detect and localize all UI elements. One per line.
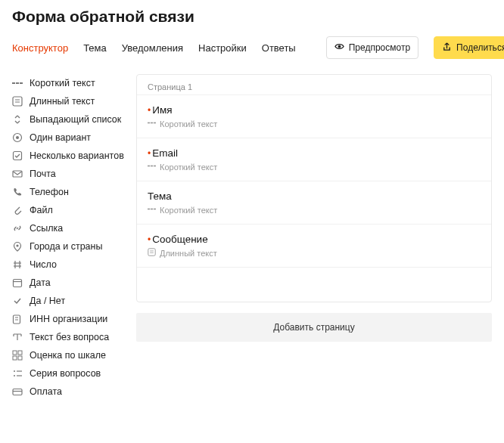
- sidebar-item-label: Да / Нет: [30, 296, 65, 306]
- form-field[interactable]: •Имя Короткий текст: [137, 94, 491, 138]
- tabbar: Конструктор Тема Уведомления Настройки О…: [0, 36, 504, 65]
- sidebar-item-date[interactable]: Дата: [12, 274, 127, 292]
- required-marker: •: [148, 106, 151, 115]
- short-text-icon: [12, 78, 23, 88]
- sidebar-item-scale[interactable]: Оценка по шкале: [12, 346, 127, 364]
- document-icon: [12, 314, 23, 324]
- preview-button[interactable]: Предпросмотр: [326, 36, 418, 59]
- main-area: Страница 1 •Имя Короткий текст •Email Ко…: [136, 74, 492, 401]
- grid-icon: [12, 350, 23, 361]
- sidebar-item-label: Серия вопросов: [30, 368, 101, 379]
- sidebar-item-label: Текст без вопроса: [30, 332, 109, 342]
- field-type-label: Короткий текст: [160, 163, 217, 172]
- sidebar-item-label: Дата: [30, 277, 51, 288]
- share-button[interactable]: Поделиться: [434, 36, 504, 59]
- sidebar-item-mail[interactable]: Почта: [12, 165, 127, 183]
- sidebar-item-number[interactable]: Число: [12, 256, 127, 274]
- sidebar-item-label: Один вариант: [30, 132, 91, 143]
- tab-answers[interactable]: Ответы: [262, 42, 296, 54]
- tab-theme[interactable]: Тема: [83, 42, 107, 54]
- check-icon: [12, 296, 23, 306]
- sidebar-item-link[interactable]: Ссылка: [12, 219, 127, 237]
- field-title: Email: [152, 147, 178, 159]
- sidebar-item-label: Города и страны: [30, 241, 102, 252]
- preview-label: Предпросмотр: [349, 42, 410, 53]
- sidebar-item-series[interactable]: Серия вопросов: [12, 364, 127, 383]
- sidebar-item-phone[interactable]: Телефон: [12, 183, 127, 201]
- tab-constructor[interactable]: Конструктор: [12, 42, 68, 54]
- short-text-icon: [148, 162, 156, 172]
- sidebar-item-long-text[interactable]: Длинный текст: [12, 92, 127, 110]
- sidebar-item-geo[interactable]: Города и страны: [12, 237, 127, 256]
- sidebar-item-label: Выпадающий список: [30, 114, 121, 125]
- sidebar-item-checkbox[interactable]: Несколько вариантов: [12, 147, 127, 165]
- form-field[interactable]: Тема Короткий текст: [137, 181, 491, 224]
- sidebar-item-label: Телефон: [30, 187, 69, 197]
- sidebar-item-dropdown[interactable]: Выпадающий список: [12, 110, 127, 129]
- text-icon: [12, 332, 23, 342]
- tab-settings[interactable]: Настройки: [198, 42, 247, 54]
- short-text-icon: [148, 119, 156, 129]
- sidebar-item-inn[interactable]: ИНН организации: [12, 310, 127, 328]
- sidebar-item-label: Число: [30, 259, 57, 270]
- page-card: Страница 1 •Имя Короткий текст •Email Ко…: [136, 74, 492, 302]
- add-page-button[interactable]: Добавить страницу: [136, 313, 492, 342]
- required-marker: •: [148, 235, 151, 244]
- long-text-icon: [12, 96, 23, 107]
- sidebar-item-label: Короткий текст: [30, 78, 95, 88]
- share-icon: [442, 42, 452, 54]
- sidebar-item-label: Несколько вариантов: [30, 150, 124, 161]
- sidebar-item-payment[interactable]: Оплата: [12, 383, 127, 401]
- pin-icon: [12, 241, 23, 252]
- long-text-icon: [148, 248, 156, 258]
- mail-icon: [12, 169, 23, 179]
- page-title: Форма обратной связи: [12, 8, 492, 26]
- sidebar-item-yesno[interactable]: Да / Нет: [12, 292, 127, 310]
- sidebar-item-label: Почта: [30, 169, 56, 179]
- dropdown-icon: [12, 114, 23, 125]
- form-field[interactable]: •Сообщение Длинный текст: [137, 224, 491, 267]
- sidebar-item-short-text[interactable]: Короткий текст: [12, 74, 127, 92]
- sidebar-item-label: Оценка по шкале: [30, 350, 106, 361]
- sidebar-item-file[interactable]: Файл: [12, 201, 127, 219]
- page-number-label: Страница 1: [137, 75, 491, 94]
- required-marker: •: [148, 149, 151, 158]
- attachment-icon: [12, 205, 23, 215]
- sidebar-item-plaintext[interactable]: Текст без вопроса: [12, 328, 127, 346]
- field-title: Сообщение: [152, 234, 207, 245]
- list-icon: [12, 368, 23, 379]
- link-icon: [12, 223, 23, 234]
- field-title: Имя: [152, 104, 172, 116]
- sidebar-item-radio[interactable]: Один вариант: [12, 129, 127, 147]
- sidebar-item-label: Ссылка: [30, 223, 63, 234]
- radio-icon: [12, 132, 23, 143]
- short-text-icon: [148, 205, 156, 215]
- phone-icon: [12, 187, 23, 197]
- calendar-icon: [12, 277, 23, 288]
- form-field[interactable]: •Email Короткий текст: [137, 138, 491, 181]
- field-type-label: Короткий текст: [160, 206, 217, 215]
- hash-icon: [12, 259, 23, 270]
- card-icon: [12, 386, 23, 397]
- eye-icon: [334, 42, 344, 54]
- tab-notifications[interactable]: Уведомления: [122, 42, 183, 54]
- checkbox-icon: [12, 150, 23, 161]
- sidebar-item-label: Файл: [30, 205, 53, 215]
- share-label: Поделиться: [456, 42, 504, 53]
- sidebar-item-label: ИНН организации: [30, 314, 107, 324]
- field-title: Тема: [148, 191, 172, 202]
- empty-drop-zone[interactable]: [137, 267, 491, 302]
- sidebar: Короткий текст Длинный текст Выпадающий …: [12, 74, 127, 401]
- sidebar-item-label: Оплата: [30, 386, 62, 397]
- field-type-label: Длинный текст: [160, 249, 217, 258]
- sidebar-item-label: Длинный текст: [30, 96, 95, 107]
- field-type-label: Короткий текст: [160, 119, 217, 129]
